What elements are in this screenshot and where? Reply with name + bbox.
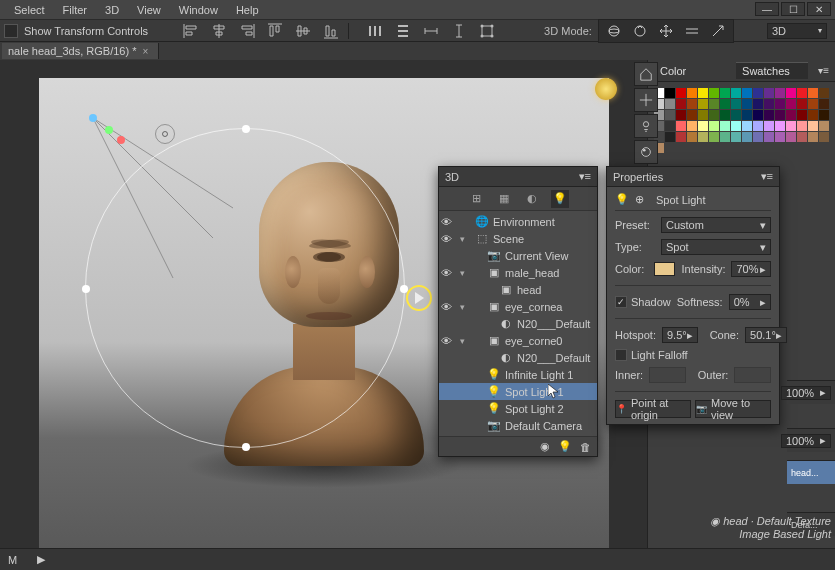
swatch[interactable] (753, 121, 763, 131)
new-light-icon[interactable]: 💡 (558, 440, 572, 453)
tree-row[interactable]: 💡Spot Light 1 (439, 383, 597, 400)
swatch[interactable] (753, 88, 763, 98)
play-icon[interactable] (406, 285, 432, 311)
swatch[interactable] (709, 121, 719, 131)
swatch[interactable] (720, 132, 730, 142)
twisty-icon[interactable]: ▾ (457, 302, 467, 312)
swatch[interactable] (698, 99, 708, 109)
swatch[interactable] (808, 121, 818, 131)
tool-move-icon[interactable] (634, 88, 658, 112)
panel-menu-icon[interactable]: ▾≡ (761, 170, 773, 183)
swatch[interactable] (775, 88, 785, 98)
filter-whole-icon[interactable]: ⊞ (467, 190, 485, 208)
menu-select[interactable]: Select (6, 2, 53, 18)
swatch[interactable] (786, 110, 796, 120)
window-maximize[interactable]: ☐ (781, 2, 805, 16)
tool-light-icon[interactable] (634, 114, 658, 138)
twisty-icon[interactable]: ▾ (457, 268, 467, 278)
swatch[interactable] (709, 132, 719, 142)
swatch[interactable] (742, 121, 752, 131)
swatch[interactable] (797, 110, 807, 120)
filter-light-icon[interactable]: 💡 (551, 190, 569, 208)
tool-home-icon[interactable] (634, 62, 658, 86)
menu-view[interactable]: View (129, 2, 169, 18)
align-left-icon[interactable] (180, 22, 202, 40)
botbar-play-icon[interactable]: ▶ (37, 553, 45, 566)
swatch[interactable] (731, 143, 741, 153)
filter-mesh-icon[interactable]: ▦ (495, 190, 513, 208)
shadow-checkbox[interactable]: ✓ (615, 296, 627, 308)
color-tab[interactable]: Color (654, 63, 726, 79)
swatch[interactable] (786, 121, 796, 131)
swatch[interactable] (808, 88, 818, 98)
tree-row[interactable]: 👁▾▣eye_cornea (439, 298, 597, 315)
swatch[interactable] (698, 110, 708, 120)
botbar-m[interactable]: M (8, 554, 17, 566)
swatch[interactable] (808, 143, 818, 153)
swatch[interactable] (731, 110, 741, 120)
swatch[interactable] (753, 99, 763, 109)
tree-row[interactable]: ◐N20___Default (439, 349, 597, 366)
swatch[interactable] (676, 110, 686, 120)
opacity-field-1[interactable]: 100%▸ (781, 386, 831, 400)
hotspot-input[interactable]: 9.5°▸ (662, 327, 698, 343)
mode-pan-icon[interactable] (655, 22, 677, 40)
panel-properties-title-bar[interactable]: Properties▾≡ (607, 167, 779, 187)
swatch[interactable] (775, 99, 785, 109)
swatch[interactable] (764, 121, 774, 131)
tree-row[interactable]: ▣head (439, 281, 597, 298)
swatch[interactable] (698, 121, 708, 131)
swatches-tab[interactable]: Swatches (736, 62, 808, 79)
align-center-h-icon[interactable] (208, 22, 230, 40)
swatch[interactable] (797, 132, 807, 142)
tree-row[interactable]: ◐N20___Default (439, 315, 597, 332)
swatch[interactable] (753, 143, 763, 153)
mode-orbit-icon[interactable] (603, 22, 625, 40)
mode-slide-icon[interactable] (681, 22, 703, 40)
document-tab[interactable]: nale head_3ds, RGB/16) * × (2, 43, 159, 59)
swatch[interactable] (775, 132, 785, 142)
swatch[interactable] (764, 143, 774, 153)
orbit-control[interactable] (85, 128, 405, 448)
transform-icon[interactable] (476, 22, 498, 40)
swatch[interactable] (687, 121, 697, 131)
swatch[interactable] (665, 121, 675, 131)
intensity-input[interactable]: 70%▸ (731, 261, 771, 277)
distribute-h-icon[interactable] (364, 22, 386, 40)
swatch[interactable] (687, 143, 697, 153)
swatch[interactable] (709, 99, 719, 109)
swatch[interactable] (764, 99, 774, 109)
swatch[interactable] (687, 110, 697, 120)
swatch[interactable] (797, 88, 807, 98)
guide-widget[interactable] (595, 78, 617, 100)
tree-row[interactable]: 👁▾▣male_head (439, 264, 597, 281)
align-top-icon[interactable] (264, 22, 286, 40)
move-to-view-button[interactable]: 📷Move to view (695, 400, 771, 418)
visibility-icon[interactable]: 👁 (439, 335, 453, 347)
swatch[interactable] (808, 132, 818, 142)
swatch[interactable] (720, 110, 730, 120)
swatch[interactable] (797, 121, 807, 131)
mode-scale-icon[interactable] (707, 22, 729, 40)
swatch[interactable] (819, 88, 829, 98)
tree-row[interactable]: 📷Current View (439, 247, 597, 264)
swatch[interactable] (720, 121, 730, 131)
swatch[interactable] (764, 110, 774, 120)
swatch[interactable] (742, 88, 752, 98)
window-minimize[interactable]: — (755, 2, 779, 16)
tab-close-icon[interactable]: × (142, 46, 148, 57)
swatch[interactable] (676, 99, 686, 109)
visibility-icon[interactable]: 👁 (439, 233, 453, 245)
space-h-icon[interactable] (420, 22, 442, 40)
swatch[interactable] (687, 99, 697, 109)
coord-icon[interactable]: ⊕ (635, 193, 644, 206)
preset-dropdown[interactable]: Custom▾ (661, 217, 771, 233)
window-close[interactable]: ✕ (807, 2, 831, 16)
twisty-icon[interactable]: ▾ (457, 234, 467, 244)
orbit-handle-left[interactable] (82, 285, 90, 293)
orbit-handle-bottom[interactable] (242, 443, 250, 451)
orbit-handle-top[interactable] (242, 125, 250, 133)
swatch[interactable] (720, 143, 730, 153)
menu-filter[interactable]: Filter (55, 2, 95, 18)
layer-item[interactable]: head... (787, 460, 835, 484)
